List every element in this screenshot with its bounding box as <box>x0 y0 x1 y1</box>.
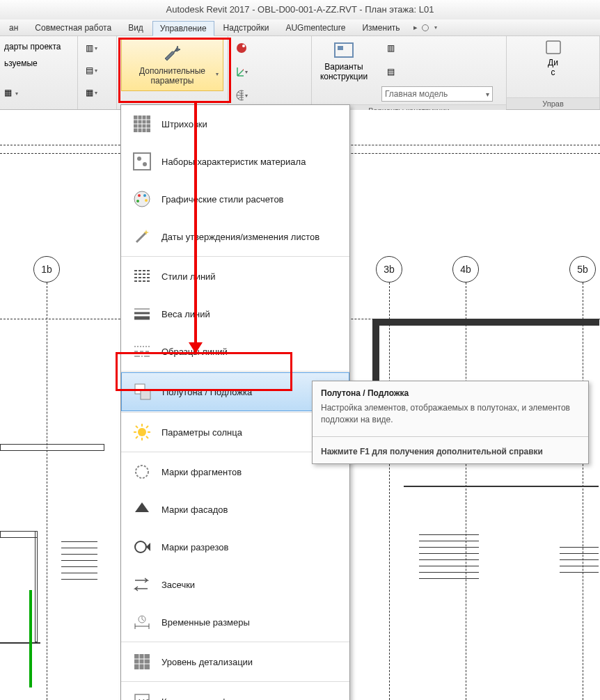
tooltip-body: Настройка элементов, отображаемых в полу… <box>313 402 588 433</box>
design-options-button[interactable]: Варианты конструкции <box>316 62 372 81</box>
linestyles-icon <box>131 265 153 287</box>
ribbon-small-icon[interactable]: ▦ ▾ <box>4 88 18 97</box>
menu-item-elev[interactable]: Марки фасадов <box>121 491 349 528</box>
svg-point-17 <box>138 428 146 436</box>
tab-analysis[interactable]: ан <box>1 20 26 35</box>
additional-parameters-button[interactable]: Дополнительные параметры ▾ <box>121 39 223 91</box>
menu-item-material[interactable]: Наборы характеристик материала <box>121 143 349 180</box>
wand-icon <box>131 225 153 248</box>
menu-item-hatch[interactable]: Штриховки <box>121 105 349 143</box>
location-icon[interactable] <box>234 40 249 56</box>
menu-item-label: Марки фасадов <box>161 504 228 515</box>
svg-point-10 <box>134 191 150 207</box>
grid-bubble-5b: 5b <box>569 256 596 283</box>
menu-item-arrows[interactable]: Засечки <box>121 566 349 603</box>
lineweights-icon <box>131 303 153 325</box>
sun-icon <box>131 421 153 443</box>
menu-item-label: Графические стили расчетов <box>161 194 284 205</box>
globe-icon[interactable]: ▾ <box>234 88 249 103</box>
elev-icon <box>131 498 153 520</box>
small-icon-1[interactable]: ▥▾ <box>84 40 99 56</box>
menu-item-label: Наборы характеристик материала <box>161 157 306 167</box>
tab-playback[interactable]: ▸ ▾ <box>409 23 441 32</box>
svg-rect-3 <box>335 43 353 57</box>
palette-icon <box>131 188 153 210</box>
section-icon <box>131 536 153 558</box>
tab-collaborate[interactable]: Совместная работа <box>27 20 119 35</box>
record-icon <box>422 24 429 31</box>
svg-rect-21 <box>134 654 150 669</box>
menu-item-label: Штриховки <box>161 119 207 129</box>
chevron-down-icon: ▾ <box>434 24 437 31</box>
menu-item-label: Веса линий <box>161 309 210 319</box>
menu-item-label: Даты утверждения/изменения листов <box>161 232 319 242</box>
svg-point-9 <box>143 162 147 166</box>
ribbon: дарты проекта ьзуемые ▦ ▾ ▥▾ ▤▾ ▦▾ Допол… <box>0 36 600 110</box>
main-model-combo-value: Главная модель <box>385 89 448 99</box>
main-model-combo[interactable]: Главная модель ▾ <box>381 86 493 102</box>
do-icon-1[interactable]: ▥ <box>383 40 398 56</box>
menu-item-wand[interactable]: Даты утверждения/изменения листов <box>121 218 349 255</box>
svg-point-0 <box>237 43 246 53</box>
additional-parameters-label: Дополнительные параметры <box>139 66 205 86</box>
design-options-icon <box>332 39 356 60</box>
tab-manage[interactable]: Управление <box>152 21 214 36</box>
menu-item-label: Стили линий <box>161 271 216 282</box>
right-btn-label-1[interactable]: Ди <box>544 58 563 67</box>
material-icon <box>131 150 153 173</box>
tab-modify[interactable]: Изменить <box>354 20 407 35</box>
halftone-icon <box>132 381 154 403</box>
svg-point-11 <box>138 194 141 197</box>
arrows-icon <box>131 573 153 596</box>
grid-bubble-3b: 3b <box>376 256 402 283</box>
detail-icon <box>131 651 153 673</box>
linepatterns-icon <box>131 340 153 363</box>
axes-icon[interactable]: ▾ <box>234 64 249 79</box>
menu-item-lineweights[interactable]: Веса линий <box>121 295 349 333</box>
svg-point-14 <box>136 200 139 202</box>
menu-item-palette[interactable]: Графические стили расчетов <box>121 180 349 218</box>
grid-bubble-4b: 4b <box>452 256 479 283</box>
menu-item-label: Код по классификатору <box>161 697 260 701</box>
menu-item-label: Засечки <box>161 580 195 590</box>
svg-rect-16 <box>141 390 150 399</box>
ribbon-item-project-standards[interactable]: дарты проекта <box>4 42 61 51</box>
svg-rect-4 <box>338 46 343 50</box>
menu-item-tempdim[interactable]: Временные размеры <box>121 603 349 641</box>
svg-point-13 <box>145 199 148 202</box>
svg-point-19 <box>135 541 146 552</box>
svg-point-18 <box>136 466 148 478</box>
menu-item-code[interactable]: A10Код по классификатору <box>121 683 349 700</box>
hatch-icon <box>131 113 153 135</box>
menu-item-label: Временные размеры <box>161 617 250 628</box>
small-icon-3[interactable]: ▦▾ <box>84 85 99 100</box>
tooltip-help: Нажмите F1 для получения дополнительной … <box>313 440 588 463</box>
menu-item-label: Уровень детализации <box>161 657 253 667</box>
tab-view[interactable]: Вид <box>120 20 151 35</box>
svg-point-1 <box>242 45 245 47</box>
wrench-icon <box>161 44 184 63</box>
menu-item-linestyles[interactable]: Стили линий <box>121 257 349 295</box>
tab-addins[interactable]: Надстройки <box>216 20 277 35</box>
menu-item-label: Образцы линий <box>161 347 228 357</box>
small-icon-2[interactable]: ▤▾ <box>84 63 99 78</box>
do-icon-2[interactable]: ▤ <box>383 64 398 79</box>
disk-icon <box>544 39 563 56</box>
svg-rect-7 <box>134 153 150 170</box>
menu-item-detail[interactable]: Уровень детализации <box>121 643 349 681</box>
svg-rect-5 <box>546 41 560 54</box>
svg-point-12 <box>143 194 146 197</box>
right-btn-label-2: с <box>544 67 563 77</box>
menu-item-linepatterns[interactable]: Образцы линий <box>121 333 349 370</box>
menu-item-label: Полутона / Подложка <box>162 387 252 397</box>
menu-item-label: Параметры солнца <box>161 427 242 438</box>
tooltip-title: Полутона / Подложка <box>313 381 588 402</box>
window-title: Autodesk Revit 2017 - OBL-D00-001-A-ZZ.R… <box>0 0 600 19</box>
ribbon-item-used[interactable]: ьзуемые <box>4 58 38 68</box>
code-icon: A10 <box>131 690 153 700</box>
svg-point-8 <box>137 157 141 161</box>
callout-icon <box>131 461 153 483</box>
chevron-down-icon: ▾ <box>486 90 489 98</box>
tab-augmentecture[interactable]: AUGmentecture <box>278 20 353 35</box>
menu-item-section[interactable]: Марки разрезов <box>121 528 349 566</box>
